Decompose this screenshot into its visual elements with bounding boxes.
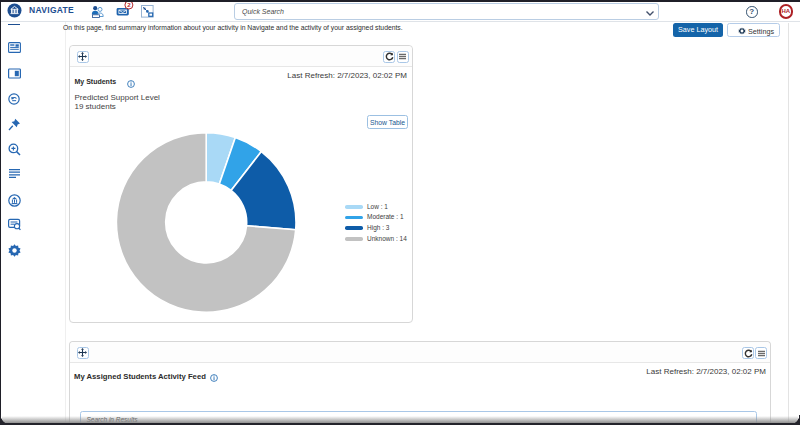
svg-text:2: 2 (127, 1, 131, 8)
